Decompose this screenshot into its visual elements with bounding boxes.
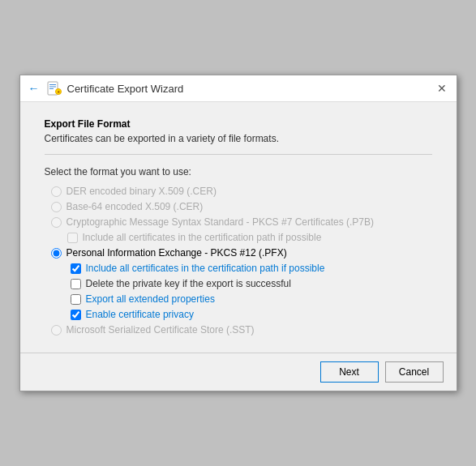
label-der: DER encoded binary X.509 (.CER) bbox=[66, 186, 217, 197]
checkbox-pfx-include[interactable] bbox=[71, 263, 81, 274]
title-bar-left: ← ★ Certificate Export Wizard bbox=[27, 80, 184, 96]
option-pfx-privacy[interactable]: Enable certificate privacy bbox=[71, 309, 432, 320]
svg-rect-1 bbox=[49, 84, 56, 85]
radio-der[interactable] bbox=[51, 186, 62, 197]
option-der[interactable]: DER encoded binary X.509 (.CER) bbox=[45, 186, 432, 197]
checkbox-pfx-delete[interactable] bbox=[71, 279, 81, 289]
label-pfx-include: Include all certificates in the certific… bbox=[86, 263, 325, 274]
label-pfx-delete: Delete the private key if the export is … bbox=[86, 278, 291, 289]
section-title: Export File Format bbox=[45, 118, 432, 130]
svg-rect-2 bbox=[49, 87, 56, 88]
checkbox-pfx-extended[interactable] bbox=[71, 294, 81, 305]
option-base64[interactable]: Base-64 encoded X.509 (.CER) bbox=[45, 201, 432, 212]
section-desc: Certificates can be exported in a variet… bbox=[45, 133, 432, 144]
label-sst: Microsoft Serialized Certificate Store (… bbox=[66, 324, 255, 336]
option-sst[interactable]: Microsoft Serialized Certificate Store (… bbox=[45, 324, 432, 336]
close-button[interactable]: ✕ bbox=[434, 82, 450, 95]
label-pfx-extended: Export all extended properties bbox=[86, 293, 215, 305]
label-pfx: Personal Information Exchange - PKCS #12… bbox=[66, 247, 287, 259]
certificate-export-dialog: ← ★ Certificate Export Wizard ✕ Export F… bbox=[19, 75, 457, 391]
back-button[interactable]: ← bbox=[27, 82, 41, 95]
pfx-suboptions: Include all certificates in the certific… bbox=[71, 263, 432, 320]
format-select-label: Select the format you want to use: bbox=[45, 166, 432, 177]
option-pfx[interactable]: Personal Information Exchange - PKCS #12… bbox=[45, 247, 432, 259]
svg-rect-3 bbox=[49, 88, 54, 89]
next-button[interactable]: Next bbox=[320, 361, 379, 383]
option-pfx-extended[interactable]: Export all extended properties bbox=[71, 293, 432, 305]
radio-pfx[interactable] bbox=[51, 248, 62, 259]
label-base64: Base-64 encoded X.509 (.CER) bbox=[66, 201, 204, 212]
option-pfx-include[interactable]: Include all certificates in the certific… bbox=[71, 263, 432, 274]
radio-base64[interactable] bbox=[51, 202, 62, 212]
cancel-button[interactable]: Cancel bbox=[385, 361, 444, 383]
divider bbox=[45, 154, 432, 155]
dialog-footer: Next Cancel bbox=[20, 353, 457, 391]
certificate-icon: ★ bbox=[46, 80, 62, 96]
dialog-title: Certificate Export Wizard bbox=[67, 83, 184, 95]
option-pkcs7-include[interactable]: Include all certificates in the certific… bbox=[45, 232, 432, 243]
title-bar: ← ★ Certificate Export Wizard ✕ bbox=[20, 75, 457, 102]
option-pfx-delete[interactable]: Delete the private key if the export is … bbox=[71, 278, 432, 289]
radio-sst[interactable] bbox=[51, 325, 62, 336]
option-pkcs7[interactable]: Cryptographic Message Syntax Standard - … bbox=[45, 216, 432, 228]
label-pkcs7-include: Include all certificates in the certific… bbox=[83, 232, 322, 243]
label-pfx-privacy: Enable certificate privacy bbox=[86, 309, 194, 320]
radio-pkcs7[interactable] bbox=[51, 217, 62, 228]
checkbox-pkcs7-include[interactable] bbox=[67, 233, 78, 243]
dialog-content: Export File Format Certificates can be e… bbox=[20, 102, 457, 353]
checkbox-pfx-privacy[interactable] bbox=[71, 310, 81, 320]
label-pkcs7: Cryptographic Message Syntax Standard - … bbox=[66, 216, 375, 228]
